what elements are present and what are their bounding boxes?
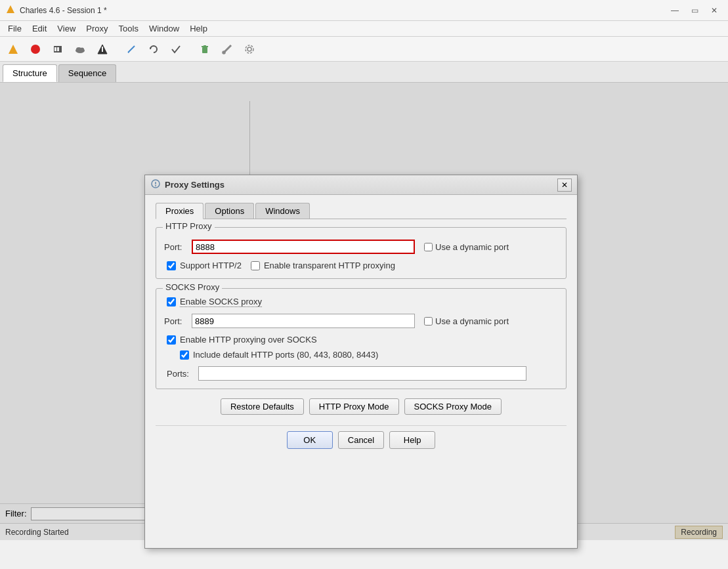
enable-socks-checkbox[interactable] [167, 297, 176, 306]
proxy-settings-dialog: Proxy Settings ✕ Proxies Options Windows [144, 175, 578, 549]
svg-point-23 [155, 185, 156, 186]
menu-bar: File Edit View Proxy Tools Window Help [0, 21, 728, 37]
default-ports-checkbox[interactable] [180, 350, 189, 360]
http-port-input[interactable] [192, 240, 415, 254]
dialog-title-icon [150, 179, 161, 191]
http-proxy-title: HTTP Proxy [163, 221, 215, 231]
enable-socks-label: Enable SOCKS proxy [180, 297, 262, 307]
menu-tools[interactable]: Tools [114, 22, 144, 35]
socks-ports-row: Ports: [164, 366, 558, 381]
http-dynamic-port-label: Use a dynamic port [435, 242, 509, 252]
svg-line-11 [128, 46, 135, 53]
transparent-proxy-checkbox[interactable] [251, 261, 260, 270]
socks-dynamic-port-checkbox[interactable] [424, 317, 433, 326]
restore-defaults-button[interactable]: Restore Defaults [221, 398, 304, 415]
dialog-content: Proxies Options Windows HTTP Proxy Port: [145, 195, 577, 462]
http-port-label: Port: [164, 242, 188, 252]
toolbar-check-btn[interactable] [165, 39, 186, 59]
toolbar-trash-btn[interactable] [194, 39, 215, 59]
socks-proxy-mode-button[interactable]: SOCKS Proxy Mode [404, 398, 502, 415]
socks-dynamic-port-label: Use a dynamic port [435, 316, 509, 326]
pen-icon [125, 43, 138, 56]
transparent-proxy-label: Enable transparent HTTP proxying [264, 261, 395, 270]
stop-icon [51, 43, 64, 56]
socks-ports-label: Ports: [167, 369, 194, 379]
enable-socks-row: Enable SOCKS proxy [164, 297, 558, 307]
svg-point-8 [80, 47, 84, 51]
toolbar-pen-btn[interactable] [121, 39, 142, 59]
support-http2-label: Support HTTP/2 [180, 261, 242, 270]
toolbar-refresh-btn[interactable] [143, 39, 164, 59]
charles-icon [5, 4, 16, 16]
close-button[interactable]: ✕ [706, 4, 723, 17]
support-http2-row: Support HTTP/2 Enable transparent HTTP p… [164, 261, 558, 270]
toolbar-throttle-btn[interactable] [92, 39, 113, 59]
support-http2-checkbox[interactable] [167, 261, 176, 270]
window-controls: — ▭ ✕ [666, 4, 723, 17]
svg-rect-14 [202, 47, 207, 53]
window-title: Charles 4.6 - Session 1 * [20, 6, 666, 15]
main-tab-bar: Structure Sequence [0, 62, 728, 83]
svg-line-17 [223, 45, 231, 53]
http-proxy-mode-button[interactable]: HTTP Proxy Mode [309, 398, 399, 415]
svg-rect-5 [57, 47, 59, 51]
svg-rect-16 [203, 45, 206, 47]
toolbar-settings-btn[interactable] [239, 39, 260, 59]
svg-point-19 [247, 47, 251, 51]
socks-proxy-title: SOCKS Proxy [163, 282, 222, 292]
tab-sequence[interactable]: Sequence [58, 64, 117, 82]
ok-button[interactable]: OK [287, 431, 333, 449]
http-over-socks-row: Enable HTTP proxying over SOCKS [164, 335, 558, 345]
toolbar-cloud-btn[interactable] [70, 39, 91, 59]
menu-window[interactable]: Window [144, 22, 184, 35]
check-icon [169, 43, 182, 56]
toolbar-stop-btn[interactable] [47, 39, 68, 59]
svg-point-2 [31, 45, 40, 54]
title-bar: Charles 4.6 - Session 1 * — ▭ ✕ [0, 0, 728, 21]
socks-port-row: Port: Use a dynamic port [164, 314, 558, 328]
maximize-button[interactable]: ▭ [686, 4, 703, 17]
http-over-socks-label: Enable HTTP proxying over SOCKS [180, 335, 317, 345]
http-over-socks-checkbox[interactable] [167, 335, 176, 345]
socks-proxy-group: SOCKS Proxy Enable SOCKS proxy Port: Use… [156, 288, 567, 389]
http-dynamic-port-checkbox[interactable] [424, 243, 433, 251]
menu-file[interactable]: File [3, 22, 27, 35]
svg-rect-4 [54, 47, 56, 51]
cloud-icon [74, 43, 87, 56]
svg-marker-1 [9, 45, 18, 54]
menu-edit[interactable]: Edit [27, 22, 52, 35]
toolbar [0, 37, 728, 62]
trash-icon [198, 43, 211, 56]
cancel-button[interactable]: Cancel [338, 431, 384, 449]
svg-marker-0 [7, 5, 14, 13]
refresh-icon [147, 43, 160, 56]
modal-overlay: Proxy Settings ✕ Proxies Options Windows [0, 83, 728, 540]
dialog-actions: OK Cancel Help [156, 425, 567, 454]
dialog-tab-options[interactable]: Options [205, 203, 254, 219]
menu-help[interactable]: Help [184, 22, 213, 35]
toolbar-tools-btn[interactable] [217, 39, 238, 59]
default-ports-row: Include default HTTP ports (80, 443, 808… [164, 350, 558, 360]
help-button[interactable]: Help [389, 431, 435, 449]
socks-port-input[interactable] [192, 314, 415, 328]
socks-ports-input[interactable] [198, 366, 526, 381]
http-port-row: Port: Use a dynamic port [164, 240, 558, 254]
svg-point-20 [246, 45, 253, 53]
minimize-button[interactable]: — [666, 4, 683, 17]
menu-proxy[interactable]: Proxy [81, 22, 113, 35]
dialog-tab-bar: Proxies Options Windows [156, 203, 567, 219]
default-ports-label: Include default HTTP ports (80, 443, 808… [193, 350, 378, 360]
tab-structure[interactable]: Structure [3, 64, 57, 82]
throttle-icon [96, 43, 109, 56]
gear-icon [243, 43, 256, 56]
tools-icon [221, 43, 234, 56]
charles-toolbar-icon [7, 43, 20, 56]
record-icon [29, 43, 42, 56]
toolbar-charles-btn[interactable] [3, 39, 24, 59]
dialog-tab-proxies[interactable]: Proxies [156, 203, 203, 219]
toolbar-record-btn[interactable] [25, 39, 46, 59]
dialog-tab-windows[interactable]: Windows [255, 203, 310, 219]
dialog-close-button[interactable]: ✕ [557, 179, 572, 192]
menu-view[interactable]: View [52, 22, 81, 35]
dialog-title-bar: Proxy Settings ✕ [145, 175, 577, 195]
